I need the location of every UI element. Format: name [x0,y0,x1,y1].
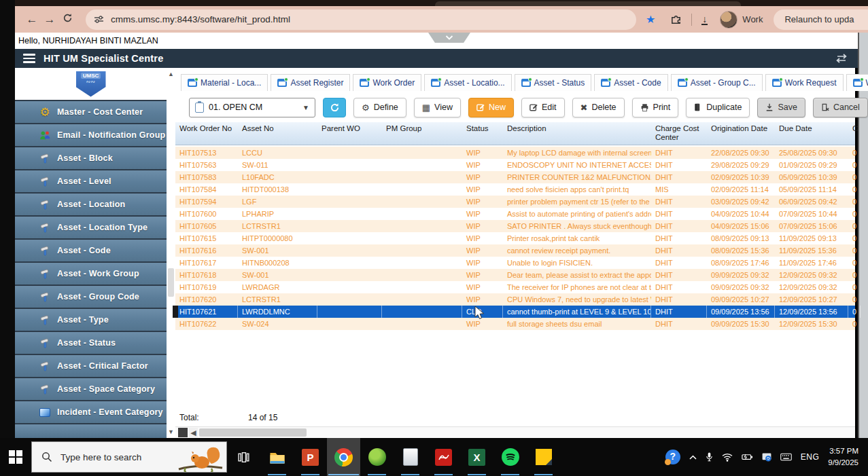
chrome-button[interactable] [327,438,360,476]
scroll-up-icon[interactable]: ▲ [167,69,175,79]
reload-icon[interactable] [58,13,76,26]
pulldown-tab[interactable] [428,33,470,43]
column-header-charge-cost-center[interactable]: Charge Cost Center [651,122,707,145]
new-button[interactable]: New [468,98,514,117]
table-row-HIT107622[interactable]: HIT107622SW-024WIPfull storage sheets ds… [175,318,855,330]
edit-button[interactable]: Edit [521,98,565,117]
scroll-left-icon[interactable]: ◀ [189,428,198,437]
table-row-HIT107563[interactable]: HIT107563SW-011WIPENDOSCOPY UNIT NO INTE… [175,159,855,171]
help-icon[interactable]: ? [665,450,680,464]
table-row-HIT107583[interactable]: HIT107583L10FADCWIPPRINTER COUNTER 1&2 M… [175,171,855,183]
sidebar-item-asset-location[interactable]: Asset - Location [15,194,167,217]
horizontal-scrollbar[interactable]: ◀ [175,426,855,437]
column-header-c[interactable]: C [848,122,861,145]
tab-work-order[interactable]: Work Order [846,74,868,91]
sticky-notes-button[interactable] [527,438,560,476]
sidebar-item-asset-work-group[interactable]: Asset - Work Group [15,263,167,286]
start-button[interactable] [0,438,31,476]
touch-keyboard-icon[interactable] [780,453,792,461]
battery-icon[interactable] [742,453,753,461]
sidebar-scrollbar[interactable]: ▲ ▼ [167,68,175,438]
sidebar-item-master-cost-center[interactable]: ⚙Master - Cost Center [15,101,167,124]
toad-button[interactable] [360,438,394,476]
sidebar-item-asset-block[interactable]: Asset - Block [15,147,167,170]
table-row-HIT107513[interactable]: HIT107513LCCUWIPMy laptop LCD damage wit… [175,147,855,159]
column-header-pm-group[interactable]: PM Group [382,122,462,145]
file-explorer-button[interactable] [260,438,294,476]
table-row-HIT107605[interactable]: HIT107605LCTRSTR1WIPSATO PRINTER . Alway… [175,220,855,232]
column-header-origination-date[interactable]: Origination Date [707,122,775,145]
browser-active-tab[interactable] [435,1,741,6]
table-row-HIT107584[interactable]: HIT107584HITDT000138WIPneed solve fisici… [175,183,855,196]
column-header-work-order-no[interactable]: Work Order No [175,122,238,145]
duplicate-button[interactable]: Duplicate [686,98,750,117]
wifi-icon[interactable] [722,453,733,462]
tray-chevron-up-icon[interactable] [689,455,697,460]
notepad-button[interactable] [394,438,427,476]
tab-asset-group-c[interactable]: Asset - Group C... [671,74,763,91]
table-row-HIT107619[interactable]: HIT107619LWRDAGRWIPThe receiver for IP p… [175,281,855,293]
horizontal-scroll-thumb[interactable] [199,428,307,437]
site-info-icon[interactable] [94,15,104,24]
taskbar-search-input[interactable]: Type here to search [31,441,227,473]
tab-asset-register[interactable]: Asset Register [271,74,350,91]
table-row-HIT107616[interactable]: HIT107616SW-001WIPcannot review receipt … [175,244,855,257]
sidebar-item-asset-type[interactable]: Asset - Type [15,309,167,332]
spotify-button[interactable] [493,438,527,476]
cancel-button[interactable]: Cancel [813,98,868,117]
sidebar-item-asset-critical-factor[interactable]: Asset - Critical Factor [15,355,167,378]
table-row-HIT107615[interactable]: HIT107615HITPT0000080WIPPrinter rosak,pr… [175,232,855,244]
print-button[interactable]: Print [632,98,679,117]
forward-icon[interactable]: → [41,13,58,26]
column-header-description[interactable]: Description [503,122,651,145]
view-button[interactable]: ▦View [414,98,461,117]
table-row-HIT107600[interactable]: HIT107600LPHARIPWIPAssist to automate pr… [175,208,855,220]
microphone-icon[interactable] [706,452,713,462]
sidebar-item-asset-space-category[interactable]: Asset - Space Category [15,378,167,401]
tab-asset-locatio[interactable]: Asset - Locatio... [424,74,511,91]
display-settings-icon[interactable] [762,452,771,462]
column-header-status[interactable]: Status [462,122,503,145]
define-button[interactable]: ⚙Define [353,98,406,117]
tab-material-loca[interactable]: Material - Loca... [181,74,268,91]
acrobat-button[interactable] [427,438,460,476]
sidebar-item-asset-group-code[interactable]: Asset - Group Code [15,286,167,309]
filter-dropdown[interactable]: 01. OPEN CM ▼ [189,98,315,117]
refresh-button[interactable] [323,98,346,117]
scroll-down-icon[interactable]: ▼ [167,427,175,437]
column-header-asset-no[interactable]: Asset No [238,122,317,145]
column-header-parent-wo[interactable]: Parent WO [317,122,382,145]
table-row-HIT107620[interactable]: HIT107620LCTRSTR1WIPCPU Windows 7, need … [175,293,855,306]
powerpoint-button[interactable]: P [294,438,327,476]
table-row-HIT107594[interactable]: HIT107594LGFWIPprinter problem payment c… [175,196,855,208]
tab-work-request[interactable]: Work Request [765,74,844,91]
sidebar-scroll-thumb[interactable] [168,268,174,297]
download-icon[interactable]: ↓ [701,14,708,25]
table-row-HIT107617[interactable]: HIT107617HITNB000208WIPUnable to login F… [175,257,855,269]
swap-arrows-icon[interactable] [835,54,848,63]
column-header-due-date[interactable]: Due Date [775,122,848,145]
sidebar-item-asset-code[interactable]: Asset - Code [15,240,167,263]
sidebar-item-asset-level[interactable]: Asset - Level [15,170,167,194]
tab-asset-status[interactable]: Asset - Status [515,74,592,91]
back-icon[interactable]: ← [23,13,41,26]
relaunch-button[interactable]: Relaunch to upda [774,10,868,30]
language-indicator[interactable]: ENG [801,452,820,462]
tab-asset-code[interactable]: Asset - Code [594,74,667,91]
table-row-HIT107618[interactable]: HIT107618SW-001WIPDear team, please assi… [175,269,855,281]
extensions-icon[interactable] [670,14,682,25]
bookmark-star-icon[interactable]: ★ [646,13,655,26]
tab-work-order[interactable]: Work Order [353,74,421,91]
hamburger-menu-icon[interactable] [23,54,35,63]
taskbar-clock[interactable]: 3:57 PM 9/9/2025 [828,445,861,468]
excel-button[interactable]: X [460,438,493,476]
sidebar-item-email-notification-group[interactable]: Email - Notification Group [15,124,167,147]
sidebar-item-asset-status[interactable]: Asset - Status [15,332,167,355]
address-bar[interactable]: cmms.umsc.my:8443/software/hit_prod.html [86,10,636,30]
sidebar-item-incident-event-category[interactable]: Incident - Event Category [15,401,167,424]
save-button[interactable]: Save [757,98,805,117]
table-row-HIT107621[interactable]: HIT107621LWRDDLMNCCLOcannot thumb-print … [175,306,855,318]
sidebar-item-asset-location-type[interactable]: Asset - Location Type [15,217,167,240]
task-view-button[interactable] [227,438,260,476]
delete-button[interactable]: ✖Delete [572,98,625,117]
